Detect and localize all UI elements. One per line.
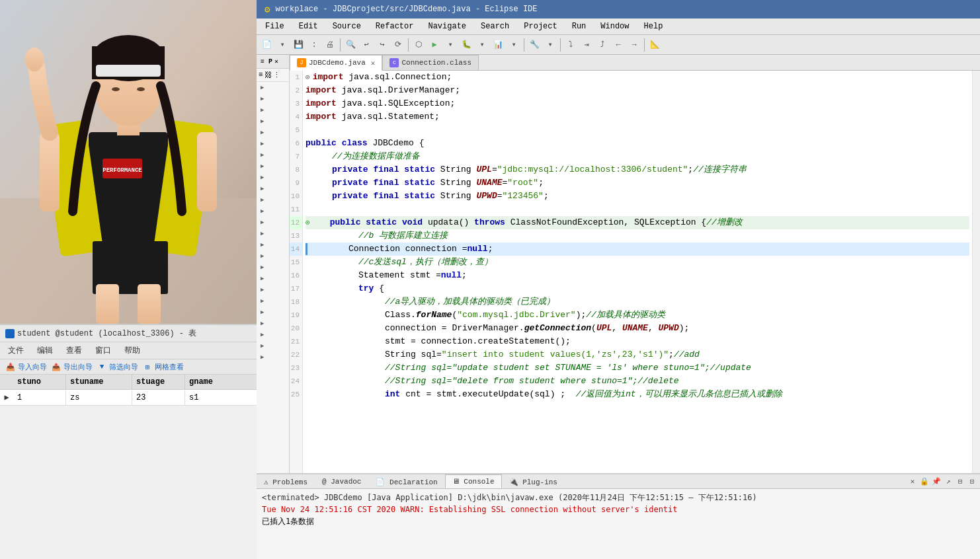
tree-item-22[interactable]: ▶ <box>257 318 289 329</box>
db-menu-bar[interactable]: 文件 编辑 查看 窗口 帮助 <box>0 342 257 359</box>
tree-item-14[interactable]: ▶ <box>257 228 289 239</box>
code-content[interactable]: ⊙ import java.sql.Connection; import jav… <box>303 71 972 473</box>
menu-refactor[interactable]: Refactor <box>372 20 417 33</box>
tree-item-18[interactable]: ▶ <box>257 273 289 284</box>
pkg-menu-btn[interactable]: ⋮ <box>273 71 280 79</box>
import-wizard-btn[interactable]: 📥 导入向导 <box>5 361 47 372</box>
open-perspective[interactable]: 📐 <box>647 38 662 52</box>
grid-view-btn[interactable]: ⊞ 网格查看 <box>142 361 184 372</box>
tree-item-9[interactable]: ▶ <box>257 172 289 183</box>
step-out[interactable]: ⤴ <box>595 38 610 52</box>
declaration-tab[interactable]: 📄 Declaration <box>368 475 444 488</box>
tree-item-17[interactable]: ▶ <box>257 262 289 273</box>
code-area[interactable]: 1 2 3 4 5 6 7 8 9 10 11 12 13 14 15 16 1 <box>290 71 980 473</box>
tree-item-6[interactable]: ▶ <box>257 138 289 149</box>
console-open-btn[interactable]: ↗ <box>943 476 954 487</box>
db-table-row[interactable]: ▶ 1 zs 23 s1 <box>0 390 257 406</box>
tab-connection[interactable]: c Connection.class <box>382 55 479 70</box>
tb-colon[interactable]: : <box>307 38 321 52</box>
editor-scrollbar[interactable] <box>972 71 980 473</box>
ln-10: 10 <box>290 190 302 203</box>
menu-run[interactable]: Run <box>569 20 590 33</box>
console-scroll-lock-btn[interactable]: 🔒 <box>919 476 930 487</box>
save-btn[interactable]: 💾 <box>291 38 306 52</box>
navigate-fwd[interactable]: → <box>627 38 641 52</box>
run-prev-btn[interactable]: ⬡ <box>411 38 426 52</box>
tab-jdbcdemo[interactable]: J JDBCdemo.java ✕ <box>290 55 382 71</box>
tb-arrow2[interactable]: ▾ <box>443 38 458 52</box>
tb-arrow4[interactable]: ▾ <box>507 38 521 52</box>
step-over[interactable]: ⇥ <box>579 38 594 52</box>
menu-file[interactable]: File <box>262 20 288 33</box>
menu-navigate[interactable]: Navigate <box>425 20 470 33</box>
search-btn[interactable]: 🔍 <box>343 38 358 52</box>
menu-project[interactable]: Project <box>520 20 560 33</box>
tree-item-21[interactable]: ▶ <box>257 307 289 318</box>
tree-item-15[interactable]: ▶ <box>257 239 289 250</box>
tree-item-4[interactable]: ▶ <box>257 116 289 127</box>
tree-item-24[interactable]: ▶ <box>257 340 289 352</box>
tree-item-13[interactable]: ▶ <box>257 217 289 228</box>
export-wizard-btn[interactable]: 📤 导出向导 <box>51 361 93 372</box>
tree-item-7[interactable]: ▶ <box>257 149 289 161</box>
tree-item-1[interactable]: ▶ <box>257 82 289 93</box>
debug-btn[interactable]: 🐛 <box>459 38 473 52</box>
refresh-btn[interactable]: ⟳ <box>391 38 405 52</box>
problems-tab[interactable]: ⚠ Problems <box>257 475 315 488</box>
console-maximize-btn[interactable]: ⊡ <box>967 476 977 487</box>
undo-btn[interactable]: ↩ <box>359 38 374 52</box>
console-pin-btn[interactable]: 📌 <box>931 476 942 487</box>
tb-arrow5[interactable]: ▾ <box>543 38 557 52</box>
db-panel: student @student (localhost_3306) - 表 文件… <box>0 324 257 559</box>
pkg-explorer-x[interactable]: ✕ <box>274 57 278 65</box>
tree-item-5[interactable]: ▶ <box>257 127 289 138</box>
console-clear-btn[interactable]: ✕ <box>907 476 918 487</box>
console-minimize-btn[interactable]: ⊟ <box>955 476 965 487</box>
menu-search[interactable]: Search <box>477 20 512 33</box>
tab-close-icon[interactable]: ✕ <box>371 59 376 67</box>
db-menu-view[interactable]: 查看 <box>63 344 85 357</box>
redo-btn[interactable]: ↪ <box>375 38 389 52</box>
menu-source[interactable]: Source <box>329 20 364 33</box>
navigate-back[interactable]: ← <box>611 38 626 52</box>
eclipse-title-bar: ⚙ workplace - JDBCproject/src/JDBCdemo.j… <box>257 0 980 19</box>
tree-item-20[interactable]: ▶ <box>257 295 289 307</box>
tree-item-2[interactable]: ▶ <box>257 93 289 104</box>
collapse-all-btn[interactable]: ≡ <box>259 71 263 79</box>
tb-arrow3[interactable]: ▾ <box>475 38 489 52</box>
tree-item-12[interactable]: ▶ <box>257 205 289 217</box>
tree-item-23[interactable]: ▶ <box>257 329 289 340</box>
tree-item-10[interactable]: ▶ <box>257 183 289 194</box>
ext-tools[interactable]: 🔧 <box>527 38 542 52</box>
tree-item-16[interactable]: ▶ <box>257 250 289 262</box>
db-menu-help[interactable]: 帮助 <box>122 344 143 357</box>
menu-help[interactable]: Help <box>641 20 667 33</box>
tree-arrow-15: ▶ <box>261 241 264 248</box>
tree-item-11[interactable]: ▶ <box>257 194 289 205</box>
db-menu-file[interactable]: 文件 <box>5 344 26 357</box>
run-btn[interactable]: ▶ <box>427 38 442 52</box>
menu-window[interactable]: Window <box>597 20 632 33</box>
tree-item-19[interactable]: ▶ <box>257 284 289 295</box>
kw-import-3: import <box>306 97 337 110</box>
javadoc-tab[interactable]: @ Javadoc <box>315 475 368 488</box>
menu-edit[interactable]: Edit <box>296 20 321 33</box>
db-menu-edit[interactable]: 编辑 <box>34 344 56 357</box>
new-btn[interactable]: 📄 <box>259 38 274 52</box>
step-into[interactable]: ⤵ <box>563 38 578 52</box>
tree-item-25[interactable]: ▶ <box>257 352 289 363</box>
profile-btn[interactable]: 📊 <box>491 38 505 52</box>
toolbar-separator-1 <box>340 38 341 52</box>
tb-print[interactable]: 🖨 <box>323 38 337 52</box>
eclipse-menu-bar[interactable]: File Edit Source Refactor Navigate Searc… <box>257 19 980 35</box>
db-menu-window[interactable]: 窗口 <box>93 344 114 357</box>
tree-item-3[interactable]: ▶ <box>257 104 289 116</box>
toolbar-separator-3 <box>524 38 524 52</box>
tb-arrow-down[interactable]: ▾ <box>275 38 290 52</box>
tree-item-8[interactable]: ▶ <box>257 161 289 172</box>
console-tab[interactable]: 🖥 Console <box>445 474 502 488</box>
link-editor-btn[interactable]: ⛓ <box>265 71 272 79</box>
file-tree-content[interactable]: ▶ ▶ ▶ ▶ ▶ ▶ ▶ ▶ ▶ ▶ ▶ ▶ ▶ ▶ ▶ ▶ ▶ ▶ ▶ ▶ <box>257 82 289 473</box>
filter-wizard-btn[interactable]: ▼ 筛选向导 <box>97 361 138 372</box>
plugins-tab[interactable]: 🔌 Plug-ins <box>502 475 565 488</box>
